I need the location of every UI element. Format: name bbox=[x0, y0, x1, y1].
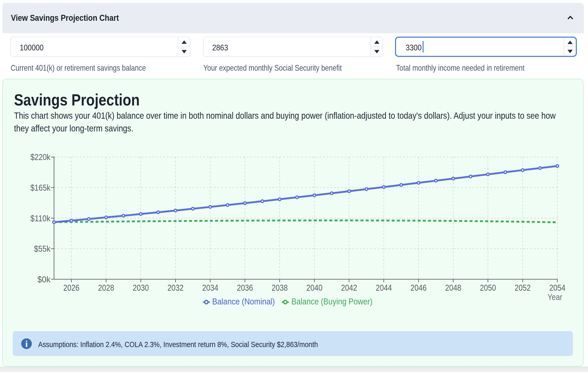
svg-text:$165k: $165k bbox=[30, 183, 50, 192]
svg-text:2034: 2034 bbox=[202, 283, 218, 293]
svg-text:2036: 2036 bbox=[237, 283, 253, 293]
svg-text:2032: 2032 bbox=[168, 283, 184, 293]
svg-text:2026: 2026 bbox=[63, 283, 79, 293]
svg-text:2030: 2030 bbox=[133, 283, 149, 293]
svg-text:2054: 2054 bbox=[549, 283, 565, 293]
svg-text:Year: Year bbox=[547, 292, 562, 302]
svg-text:2050: 2050 bbox=[480, 283, 496, 293]
svg-text:i: i bbox=[25, 339, 28, 349]
svg-text:2042: 2042 bbox=[341, 283, 357, 293]
svg-text:Balance (Nominal): Balance (Nominal) bbox=[212, 296, 275, 306]
svg-text:$55k: $55k bbox=[34, 244, 50, 254]
svg-text:$220k: $220k bbox=[30, 152, 50, 162]
svg-text:2044: 2044 bbox=[376, 283, 392, 293]
svg-text:$0k: $0k bbox=[37, 275, 50, 284]
svg-text:2046: 2046 bbox=[410, 283, 426, 293]
svg-text:2048: 2048 bbox=[445, 283, 461, 293]
svg-text:2038: 2038 bbox=[272, 283, 288, 293]
svg-text:2028: 2028 bbox=[98, 283, 114, 293]
svg-text:Balance (Buying Power): Balance (Buying Power) bbox=[291, 296, 372, 306]
svg-text:$110k: $110k bbox=[30, 214, 50, 223]
svg-text:2040: 2040 bbox=[306, 283, 322, 293]
svg-text:2052: 2052 bbox=[514, 283, 531, 293]
